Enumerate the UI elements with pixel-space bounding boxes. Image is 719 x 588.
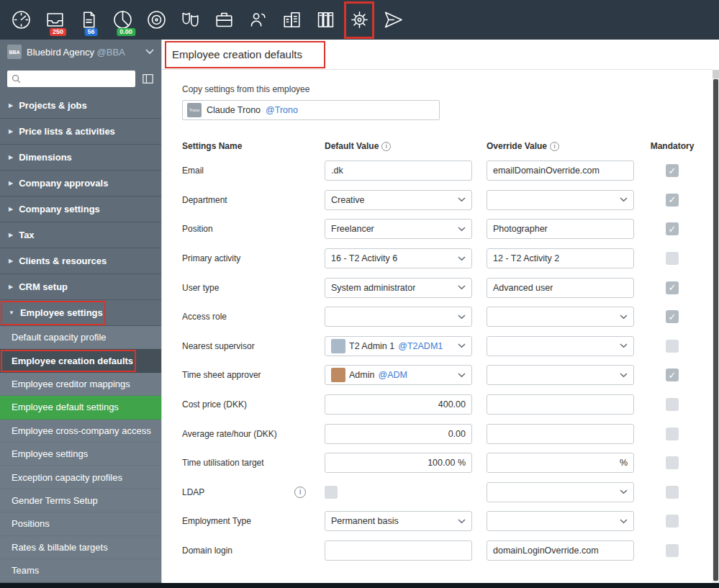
nearest-supervisor-override-dropdown[interactable] bbox=[487, 336, 634, 356]
avatar bbox=[331, 339, 345, 353]
sidebar-subitem-positions[interactable]: Positions bbox=[0, 512, 161, 535]
nearest-supervisor-mandatory-checkbox[interactable] bbox=[666, 340, 679, 353]
panel-toggle-icon[interactable] bbox=[142, 73, 154, 84]
cost-price-dkk-mandatory-checkbox[interactable] bbox=[666, 398, 679, 411]
position-mandatory-checkbox[interactable] bbox=[666, 222, 679, 235]
sidebar-item-projects-jobs[interactable]: ▶Projects & jobs bbox=[0, 93, 161, 119]
sidebar-subitem-label: Employee settings bbox=[12, 448, 88, 459]
user-type-mandatory-checkbox[interactable] bbox=[666, 281, 679, 294]
sidebar-subitem-gender-terms-setup[interactable]: Gender Terms Setup bbox=[0, 489, 161, 512]
user-type-default-dropdown[interactable]: System administrator bbox=[325, 278, 472, 298]
sidebar-item-company-approvals[interactable]: ▶Company approvals bbox=[0, 171, 161, 196]
position-override-input[interactable]: Photographer bbox=[487, 219, 634, 239]
primary-activity-override-input[interactable]: 12 - T2 Activity 2 bbox=[487, 248, 634, 268]
sidebar-subitem-employee-creation-defaults[interactable]: Employee creation defaults bbox=[0, 349, 161, 372]
company-name: Bluebird Agency @BBA bbox=[27, 47, 125, 58]
time-sheet-approver-mandatory-checkbox[interactable] bbox=[666, 368, 679, 381]
share-icon[interactable] bbox=[381, 4, 405, 36]
sidebar-item-price-lists-activities[interactable]: ▶Price lists & activities bbox=[0, 119, 161, 145]
domain-login-mandatory-checkbox[interactable] bbox=[666, 544, 679, 557]
sidebar-nav: ▶Projects & jobs▶Price lists & activitie… bbox=[0, 93, 161, 582]
position-default-dropdown[interactable]: Freelancer bbox=[325, 219, 472, 239]
department-override-dropdown[interactable] bbox=[487, 190, 634, 210]
target-icon[interactable] bbox=[144, 4, 168, 36]
settings-row-nearest-supervisor: Nearest supervisorT2 Admin 1@T2ADM1 bbox=[182, 332, 713, 361]
user-type-override-input[interactable]: Advanced user bbox=[487, 278, 634, 298]
resources-icon[interactable] bbox=[245, 4, 270, 36]
sidebar-subitem-rates-billable-targets[interactable]: Rates & billable targets bbox=[0, 536, 161, 559]
dashboard-icon[interactable] bbox=[9, 4, 33, 36]
department-mandatory-checkbox[interactable] bbox=[666, 194, 679, 207]
settings-icon[interactable] bbox=[347, 4, 371, 36]
crm-icon[interactable] bbox=[178, 4, 202, 36]
cost-price-dkk-override-input[interactable] bbox=[487, 394, 634, 415]
time-utilisation-target-default-input[interactable]: 100.00 % bbox=[325, 453, 472, 473]
sidebar-subitem-default-capacity-profile[interactable]: Default capacity profile bbox=[0, 326, 161, 349]
setting-label: Department bbox=[182, 195, 325, 205]
scroll-up-button[interactable] bbox=[713, 70, 719, 78]
primary-activity-mandatory-checkbox[interactable] bbox=[666, 252, 679, 265]
employee-handle: @Trono bbox=[266, 105, 298, 115]
setting-label: Employment Type bbox=[182, 516, 325, 526]
time-utilisation-target-mandatory-checkbox[interactable] bbox=[666, 456, 679, 469]
approvals-icon[interactable]: 56 bbox=[76, 4, 101, 36]
jobs-icon[interactable] bbox=[212, 4, 236, 36]
primary-activity-default-dropdown[interactable]: 16 - T2 Activity 6 bbox=[325, 248, 472, 268]
chevron-down-icon bbox=[620, 519, 628, 524]
sidebar-subitem-employee-settings[interactable]: Employee settings bbox=[0, 443, 161, 466]
sidebar-subitem-employee-default-settings[interactable]: Employee default settings bbox=[0, 396, 161, 419]
employment-type-default-dropdown[interactable]: Permanent basis bbox=[325, 511, 472, 531]
sidebar-item-tax[interactable]: ▶Tax bbox=[0, 222, 161, 248]
department-default-dropdown[interactable]: Creative bbox=[325, 190, 472, 210]
employment-type-mandatory-checkbox[interactable] bbox=[666, 515, 679, 528]
time-entry-icon[interactable]: 0.00 bbox=[110, 4, 135, 36]
vertical-scrollbar[interactable] bbox=[713, 70, 719, 583]
setting-label: Domain login bbox=[182, 546, 325, 556]
sidebar-item-employee-settings[interactable]: ▼Employee settings bbox=[0, 300, 161, 326]
sidebar-subitem-exception-capacity-profiles[interactable]: Exception capacity profiles bbox=[0, 466, 161, 489]
sidebar-subitem-employee-cross-company-access[interactable]: Employee cross-company access bbox=[0, 420, 161, 443]
sidebar-subitem-label: Teams bbox=[12, 565, 39, 576]
time-utilisation-target-override-input[interactable]: % bbox=[487, 453, 634, 473]
window-bottom-edge bbox=[0, 583, 719, 588]
sidebar-subitem-employee-creditor-mappings[interactable]: Employee creditor mappings bbox=[0, 373, 161, 396]
column-header-default-value: Default Value i bbox=[325, 141, 472, 151]
sidebar-item-dimensions[interactable]: ▶Dimensions bbox=[0, 145, 161, 171]
cost-price-dkk-default-input[interactable]: 400.00 bbox=[325, 394, 472, 415]
email-default-input[interactable]: .dk bbox=[325, 160, 472, 181]
ldap-mandatory-checkbox[interactable] bbox=[666, 486, 679, 499]
nearest-supervisor-default-dropdown[interactable]: T2 Admin 1@T2ADM1 bbox=[325, 336, 472, 356]
inbox-icon[interactable]: 250 bbox=[42, 4, 67, 36]
sidebar-item-crm-setup[interactable]: ▶CRM setup bbox=[0, 274, 161, 300]
email-mandatory-checkbox[interactable] bbox=[666, 164, 679, 177]
access-role-mandatory-checkbox[interactable] bbox=[666, 310, 679, 323]
time-sheet-approver-override-dropdown[interactable] bbox=[487, 365, 634, 385]
chevron-down-icon bbox=[458, 343, 466, 348]
average-rate-hour-dkk-mandatory-checkbox[interactable] bbox=[666, 428, 679, 440]
company-switcher[interactable]: BBA Bluebird Agency @BBA bbox=[0, 40, 161, 64]
time-sheet-approver-default-dropdown[interactable]: Admin@ADM bbox=[325, 365, 472, 385]
email-override-input[interactable]: emailDomainOverride.com bbox=[487, 160, 634, 181]
access-role-override-dropdown[interactable] bbox=[487, 307, 634, 327]
domain-login-override-input[interactable]: domainLoginOverride.com bbox=[487, 540, 634, 561]
average-rate-hour-dkk-override-input[interactable] bbox=[487, 424, 634, 444]
ldap-default-checkbox[interactable] bbox=[325, 486, 338, 499]
sidebar-item-company-settings[interactable]: ▶Company settings bbox=[0, 196, 161, 222]
search-input[interactable] bbox=[7, 71, 135, 87]
scrollbar-thumb[interactable] bbox=[713, 79, 718, 581]
company-icon[interactable] bbox=[279, 4, 304, 36]
column-header-settings-name: Settings Name bbox=[182, 141, 325, 151]
sidebar-subitem-teams[interactable]: Teams bbox=[0, 559, 161, 582]
chevron-collapsed-icon: ▶ bbox=[9, 102, 13, 109]
access-role-default-dropdown[interactable] bbox=[325, 307, 472, 327]
ldap-override-dropdown[interactable] bbox=[487, 482, 634, 502]
average-rate-hour-dkk-default-input[interactable]: 0.00 bbox=[325, 424, 472, 444]
finance-icon[interactable] bbox=[313, 4, 338, 36]
employee-selector[interactable]: Trono Claude Trono @Trono bbox=[182, 100, 440, 120]
domain-login-default-input[interactable] bbox=[325, 540, 472, 561]
settings-row-domain-login: Domain logindomainLoginOverride.com bbox=[182, 536, 713, 566]
info-icon: i bbox=[550, 142, 559, 151]
sidebar-item-clients-resources[interactable]: ▶Clients & resources bbox=[0, 248, 161, 274]
employment-type-override-dropdown[interactable] bbox=[487, 511, 634, 531]
sidebar-subitem-label: Employee creation defaults bbox=[12, 356, 133, 366]
